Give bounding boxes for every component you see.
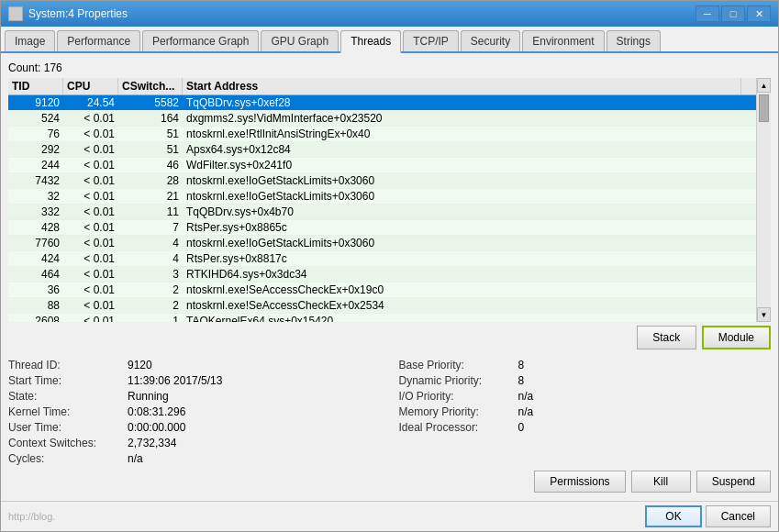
memory-priority-label: Memory Priority: [399,405,518,418]
maximize-button[interactable]: □ [721,6,745,22]
table-row[interactable]: 2608 < 0.01 1 TAOKernelEx64.sys+0x15420 [8,314,756,322]
detail-row-group: Thread ID: 9120 Start Time: 11:39:06 201… [8,359,771,468]
window-icon [8,6,23,21]
cycles-label: Cycles: [8,452,128,465]
close-button[interactable]: ✕ [747,6,771,22]
title-bar-buttons: ─ □ ✕ [696,6,771,22]
user-time-label: User Time: [8,421,128,434]
cell-address: TqQBDrv.sys+0xef28 [183,95,756,110]
memory-priority-row: Memory Priority: n/a [399,405,772,418]
scroll-down-arrow[interactable]: ▼ [757,307,771,322]
table-row[interactable]: 464 < 0.01 3 RTKIHD64.sys+0x3dc34 [8,267,756,283]
start-time-label: Start Time: [8,374,128,387]
main-window: System:4 Properties ─ □ ✕ Image Performa… [0,0,779,532]
cycles-row: Cycles: n/a [8,452,381,465]
title-bar: System:4 Properties ─ □ ✕ [1,1,778,27]
table-row[interactable]: 428 < 0.01 7 RtsPer.sys+0x8865c [8,220,756,236]
dynamic-priority-value: 8 [518,374,525,387]
kernel-time-value: 0:08:31.296 [128,405,185,418]
ideal-processor-value: 0 [518,421,525,434]
table-row[interactable]: 332 < 0.01 11 TqQBDrv.sys+0x4b70 [8,205,756,220]
watermark-text: http://blog. [8,511,55,522]
tab-performance[interactable]: Performance [57,30,140,51]
state-row: State: Running [8,390,381,403]
dynamic-priority-label: Dynamic Priority: [399,374,518,387]
stack-button[interactable]: Stack [637,326,696,349]
suspend-button[interactable]: Suspend [696,471,771,493]
tab-threads[interactable]: Threads [340,30,401,53]
state-label: State: [8,390,128,403]
tab-image[interactable]: Image [5,30,55,51]
col-address: Start Address [183,78,741,94]
table-header: TID CPU CSwitch... Start Address [8,78,756,95]
base-priority-value: 8 [518,359,525,371]
stack-module-buttons: Stack Module [8,322,771,353]
table-row[interactable]: 32 < 0.01 21 ntoskrnl.exe!IoGetStackLimi… [8,189,756,205]
title-bar-left: System:4 Properties [8,6,128,21]
table-row[interactable]: 292 < 0.01 51 Apsx64.sys+0x12c84 [8,142,756,158]
ideal-processor-row: Ideal Processor: 0 [399,421,772,434]
table-row[interactable]: 244 < 0.01 46 WdFilter.sys+0x241f0 [8,158,756,173]
detail-panel: Thread ID: 9120 Start Time: 11:39:06 201… [8,353,771,468]
table-row[interactable]: 36 < 0.01 2 ntoskrnl.exe!SeAccessCheckEx… [8,283,756,298]
detail-col-left: Thread ID: 9120 Start Time: 11:39:06 201… [8,359,381,468]
tab-tcp-ip[interactable]: TCP/IP [403,30,459,51]
permissions-button[interactable]: Permissions [534,471,625,493]
tab-gpu-graph[interactable]: GPU Graph [261,30,339,51]
user-time-value: 0:00:00.000 [128,421,185,434]
state-value: Running [128,390,169,403]
detail-col-right: Base Priority: 8 Dynamic Priority: 8 I/O… [399,359,772,468]
cell-cswitch: 5582 [118,95,183,110]
thread-id-row: Thread ID: 9120 [8,359,381,371]
thread-table: TID CPU CSwitch... Start Address 9120 24… [8,78,756,322]
thread-id-value: 9120 [128,359,152,371]
col-cpu: CPU [63,78,118,94]
count-label: Count: [8,61,40,74]
io-priority-row: I/O Priority: n/a [399,390,772,403]
table-row[interactable]: 9120 24.54 5582 TqQBDrv.sys+0xef28 [8,95,756,111]
context-switches-label: Context Switches: [8,437,128,449]
cancel-button[interactable]: Cancel [706,505,771,527]
table-row[interactable]: 524 < 0.01 164 dxgmms2.sys!VidMmInterfac… [8,111,756,127]
count-value: 176 [44,61,62,74]
bottom-buttons: OK Cancel [645,505,771,527]
dynamic-priority-row: Dynamic Priority: 8 [399,374,772,387]
memory-priority-value: n/a [518,405,534,418]
tab-environment[interactable]: Environment [522,30,604,51]
thread-table-wrapper: TID CPU CSwitch... Start Address 9120 24… [8,78,771,322]
table-row[interactable]: 88 < 0.01 2 ntoskrnl.exe!SeAccessCheckEx… [8,298,756,314]
module-button[interactable]: Module [702,326,771,349]
base-priority-label: Base Priority: [399,359,518,371]
col-cswitch: CSwitch... [118,78,183,94]
kill-button[interactable]: Kill [631,471,691,493]
thread-id-label: Thread ID: [8,359,128,371]
tabs-bar: Image Performance Performance Graph GPU … [1,27,778,53]
cell-cpu: 24.54 [63,95,118,110]
count-bar: Count: 176 [8,59,771,78]
table-row[interactable]: 7432 < 0.01 28 ntoskrnl.exe!IoGetStackLi… [8,173,756,189]
table-row[interactable]: 76 < 0.01 51 ntoskrnl.exe!RtlInitAnsiStr… [8,127,756,142]
window-title: System:4 Properties [28,7,128,20]
scroll-track[interactable] [757,93,771,307]
bottom-bar: http://blog. OK Cancel [1,501,778,531]
tab-security[interactable]: Security [461,30,520,51]
scroll-up-arrow[interactable]: ▲ [757,78,771,93]
tab-performance-graph[interactable]: Performance Graph [142,30,259,51]
tab-strings[interactable]: Strings [607,30,661,51]
content-area: Count: 176 TID CPU CSwitch... Start Addr… [1,53,778,501]
table-body[interactable]: 9120 24.54 5582 TqQBDrv.sys+0xef28 524 <… [8,95,756,322]
action-buttons: Permissions Kill Suspend [8,468,771,495]
table-row[interactable]: 7760 < 0.01 4 ntoskrnl.exe!IoGetStackLim… [8,236,756,251]
minimize-button[interactable]: ─ [696,6,719,22]
context-switches-value: 2,732,334 [128,437,176,449]
io-priority-label: I/O Priority: [399,390,518,403]
col-tid: TID [8,78,63,94]
scroll-thumb[interactable] [759,94,769,122]
scrollbar[interactable]: ▲ ▼ [756,78,771,322]
ideal-processor-label: Ideal Processor: [399,421,518,434]
table-row[interactable]: 424 < 0.01 4 RtsPer.sys+0x8817c [8,251,756,267]
ok-button[interactable]: OK [645,505,701,527]
user-time-row: User Time: 0:00:00.000 [8,421,381,434]
start-time-row: Start Time: 11:39:06 2017/5/13 [8,374,381,387]
context-switches-row: Context Switches: 2,732,334 [8,437,381,449]
